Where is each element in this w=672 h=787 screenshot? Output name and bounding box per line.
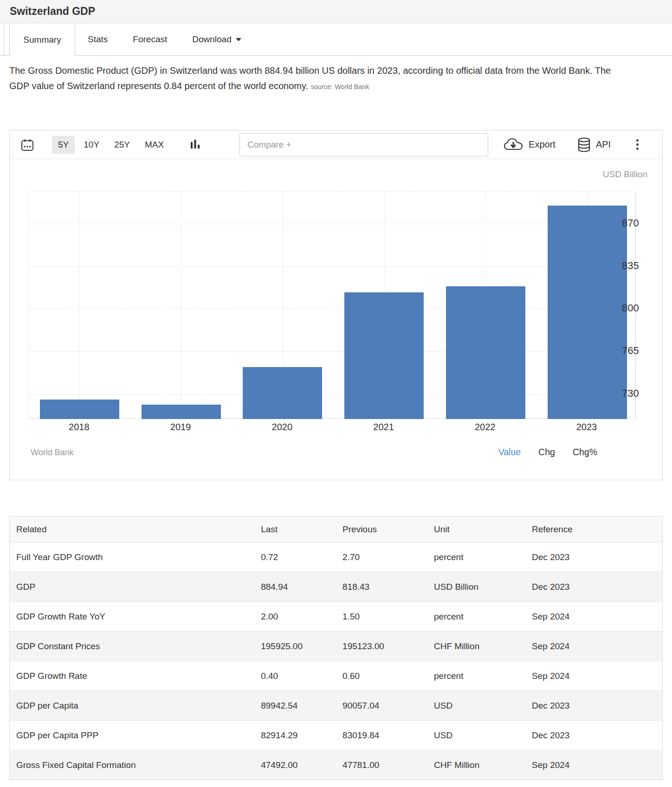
bar-2018[interactable] [40, 400, 119, 419]
gridline [29, 224, 635, 224]
range-button-25y[interactable]: 25Y [108, 136, 136, 154]
column-header-unit: Unit [434, 516, 532, 542]
cell-last: 2.00 [261, 602, 342, 632]
bar-2023[interactable] [548, 206, 627, 419]
tab-label: Stats [88, 34, 108, 45]
cell-last: 47492.00 [261, 750, 342, 780]
legend-item-chgpct[interactable]: Chg% [573, 447, 597, 458]
table-row: GDP per Capita89942.5490057.04USDDec 202… [10, 691, 663, 721]
cell-reference: Sep 2024 [532, 632, 662, 661]
page-header: Switzerland GDP [0, 0, 672, 23]
cell-previous: 83019.84 [342, 721, 434, 750]
kebab-menu-icon [636, 139, 639, 142]
tab-label: Summary [23, 35, 61, 45]
y-axis-tick-label: 730 [622, 387, 654, 400]
bar-2021[interactable] [344, 292, 424, 419]
related-indicators-table: RelatedLastPreviousUnitReference Full Ye… [9, 516, 663, 780]
y-axis-tick-label: 835 [622, 260, 654, 272]
cell-previous: 90057.04 [342, 691, 434, 721]
chart-toolbar: 5Y10Y25YMAX Export API [10, 130, 662, 159]
cell-unit: CHF Million [434, 750, 532, 780]
cloud-download-icon [504, 138, 523, 152]
related-indicator-link[interactable]: GDP per Capita [10, 691, 261, 721]
cell-reference: Sep 2024 [532, 602, 662, 632]
y-axis-tick-label: 870 [622, 217, 654, 229]
table-row: GDP Growth Rate YoY2.001.50percentSep 20… [10, 602, 663, 632]
more-options-button[interactable] [636, 139, 639, 150]
y-axis-tick-label: 765 [622, 345, 654, 357]
related-indicator-link[interactable]: GDP Growth Rate YoY [10, 602, 261, 632]
cell-reference: Dec 2023 [532, 542, 662, 572]
cell-unit: USD [434, 721, 532, 750]
tab-stats[interactable]: Stats [75, 23, 120, 56]
chart-card: 5Y10Y25YMAX Export API [9, 130, 663, 480]
tab-label: Download [192, 34, 232, 45]
tab-download[interactable]: Download [180, 23, 254, 56]
legend-item-value[interactable]: Value [498, 447, 521, 458]
related-indicator-link[interactable]: Full Year GDP Growth [10, 542, 261, 572]
source-note: source: World Bank [311, 83, 369, 90]
table-row: GDP Constant Prices195925.00195123.00CHF… [10, 632, 663, 661]
summary-paragraph: The Gross Domestic Product (GDP) in Swit… [9, 65, 611, 91]
cell-last: 0.72 [261, 542, 342, 572]
x-axis-tick-label: 2020 [254, 422, 310, 432]
api-button[interactable]: API [578, 137, 611, 152]
x-axis-tick-label: 2022 [457, 422, 513, 432]
bar-2022[interactable] [446, 286, 525, 419]
page-title: Switzerland GDP [10, 5, 95, 18]
cell-unit: percent [434, 661, 532, 691]
cell-previous: 1.50 [342, 602, 434, 632]
table-header-row: RelatedLastPreviousUnitReference [10, 516, 663, 542]
y-axis-unit-label: USD Billion [603, 169, 647, 180]
table-row: GDP Growth Rate0.400.60percentSep 2024 [10, 661, 663, 691]
database-icon [578, 137, 590, 152]
cell-unit: percent [434, 542, 532, 572]
export-button[interactable]: Export [504, 138, 556, 152]
chart-type-button[interactable] [190, 139, 200, 150]
table-row: Full Year GDP Growth0.722.70percentDec 2… [10, 542, 663, 572]
range-button-10y[interactable]: 10Y [78, 136, 105, 154]
tab-bar: SummaryStatsForecastDownload [0, 23, 672, 56]
related-indicator-link[interactable]: GDP per Capita PPP [10, 721, 261, 750]
legend-item-chg[interactable]: Chg [538, 447, 555, 458]
related-indicator-link[interactable]: GDP [10, 572, 261, 602]
cell-previous: 0.60 [342, 661, 434, 691]
table-row: GDP per Capita PPP82914.2983019.84USDDec… [10, 721, 663, 750]
calendar-icon [20, 138, 34, 152]
cell-unit: percent [434, 602, 532, 632]
gridline [29, 394, 635, 394]
compare-input[interactable] [239, 133, 488, 156]
bar-2019[interactable] [142, 405, 221, 419]
x-axis-tick-label: 2023 [559, 422, 614, 432]
summary-text: The Gross Domestic Product (GDP) in Swit… [9, 63, 631, 95]
gridline [79, 192, 80, 418]
cell-reference: Sep 2024 [532, 661, 662, 691]
chart-source-label: World Bank [31, 448, 74, 458]
cell-reference: Sep 2024 [532, 750, 662, 780]
related-indicator-link[interactable]: GDP Constant Prices [10, 632, 261, 661]
x-axis-tick-label: 2021 [356, 422, 412, 432]
bar-2020[interactable] [243, 367, 322, 419]
gridline [29, 266, 635, 267]
x-axis-tick-label: 2018 [51, 422, 107, 432]
cell-last: 0.40 [261, 661, 342, 691]
tab-summary[interactable]: Summary [9, 23, 75, 56]
column-header-last: Last [261, 516, 342, 542]
chart-legend: ValueChgChg% [498, 447, 597, 458]
cell-unit: CHF Million [434, 632, 532, 661]
calendar-button[interactable] [20, 138, 34, 152]
related-indicator-link[interactable]: Gross Fixed Capital Formation [10, 750, 261, 780]
bar-chart-type-icon [190, 139, 200, 150]
cell-last: 89942.54 [261, 691, 342, 721]
cell-reference: Dec 2023 [532, 721, 662, 750]
range-button-max[interactable]: MAX [139, 136, 170, 154]
cell-previous: 47781.00 [342, 750, 434, 780]
tab-forecast[interactable]: Forecast [120, 23, 180, 56]
cell-reference: Dec 2023 [532, 572, 662, 602]
range-button-5y[interactable]: 5Y [52, 136, 75, 154]
plot-area [28, 191, 636, 419]
cell-last: 195925.00 [261, 632, 342, 661]
related-indicator-link[interactable]: GDP Growth Rate [10, 661, 261, 691]
table-row: Gross Fixed Capital Formation47492.00477… [10, 750, 663, 780]
gridline [29, 351, 635, 352]
